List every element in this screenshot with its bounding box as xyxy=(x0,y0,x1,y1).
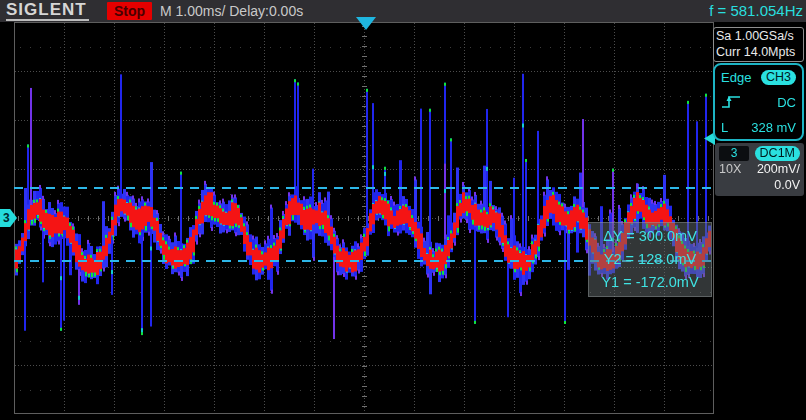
channel-number-chip: 3 xyxy=(719,146,749,161)
cursor-line-y2[interactable] xyxy=(14,187,714,189)
acquisition-panel: Sa 1.00GSa/s Curr 14.0Mpts xyxy=(713,27,804,62)
trigger-level-prefix: L xyxy=(721,120,728,135)
trigger-position-marker-icon[interactable] xyxy=(356,17,376,30)
frequency-counter: f = 581.054Hz xyxy=(709,0,803,22)
channel3-panel[interactable]: 3 DC1M 10X 200mV/ 0.0V xyxy=(715,143,804,196)
channel-scale: 200mV/ xyxy=(757,162,800,176)
status-bar: SIGLENT Stop M 1.00ms/ Delay:0.00s f = 5… xyxy=(0,0,806,22)
cursor-readout-box: ΔY = 300.0mV Y2 = 128.0mV Y1 = -172.0mV xyxy=(588,222,712,297)
timebase-readout: M 1.00ms/ Delay:0.00s xyxy=(160,0,303,22)
trigger-panel[interactable]: Edge CH3 DC L 328 mV xyxy=(713,63,804,141)
trigger-source-badge: CH3 xyxy=(761,70,796,85)
cursor-y2-value: Y2 = 128.0mV xyxy=(589,248,711,271)
cursor-delta-y: ΔY = 300.0mV xyxy=(589,225,711,248)
memory-depth: Curr 14.0Mpts xyxy=(716,44,801,60)
waveform-display xyxy=(0,20,714,420)
run-state-badge[interactable]: Stop xyxy=(107,2,152,20)
trigger-coupling: DC xyxy=(777,95,796,110)
trigger-mode: Edge xyxy=(721,70,751,85)
cursor-y1-value: Y1 = -172.0mV xyxy=(589,271,711,294)
sample-rate: Sa 1.00GSa/s xyxy=(716,28,801,44)
channel-coupling-badge: DC1M xyxy=(755,146,800,161)
channel-offset: 0.0V xyxy=(774,178,800,192)
brand-logo: SIGLENT xyxy=(6,1,89,21)
trigger-level-value: 328 mV xyxy=(751,120,796,135)
probe-attenuation: 10X xyxy=(719,162,741,176)
rising-edge-icon xyxy=(721,94,741,110)
oscilloscope-screen: SIGLENT Stop M 1.00ms/ Delay:0.00s f = 5… xyxy=(0,0,806,420)
